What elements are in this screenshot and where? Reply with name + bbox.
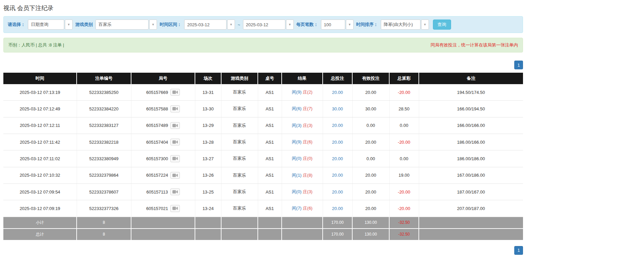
- cell-valid-bet: 20.00: [352, 200, 389, 217]
- game-type-input[interactable]: [95, 20, 149, 30]
- cell-total-bet: 20.00: [323, 183, 352, 200]
- total-bet-link[interactable]: 20.00: [332, 173, 343, 178]
- cell-session: 13-27: [195, 150, 221, 167]
- time-range-label: 时间区间：: [160, 22, 182, 28]
- total-bet-link[interactable]: 30.00: [332, 106, 343, 111]
- video-camera-icon: [172, 206, 178, 210]
- pagination-bottom: 1: [3, 246, 523, 255]
- cell-time: 2025-03-12 07:09:19: [3, 200, 77, 217]
- summary-row: 小计8170.00130.00-32.50: [3, 217, 523, 229]
- video-replay-button[interactable]: [170, 122, 180, 129]
- round-number: 605157404: [146, 140, 168, 145]
- cell-bet-id: 522332383127: [77, 117, 131, 134]
- per-page-input[interactable]: [321, 20, 345, 30]
- video-replay-button[interactable]: [170, 89, 180, 96]
- cell-remark: 166.00/166.00: [419, 117, 523, 134]
- summary-count: 8: [77, 229, 131, 240]
- total-bet-link[interactable]: 20.00: [332, 189, 343, 195]
- summary-empty-cell: [131, 229, 195, 240]
- video-replay-button[interactable]: [170, 172, 180, 179]
- table-body: 2025-03-12 07:13:19522332385250605157669…: [3, 84, 523, 217]
- search-button[interactable]: 查询: [433, 20, 451, 30]
- summary-empty-cell: [258, 229, 282, 240]
- summary-remark: [419, 217, 523, 229]
- per-page-dropdown-button[interactable]: ▼: [346, 20, 354, 30]
- cell-valid-bet: 20.00: [352, 84, 389, 101]
- game-type-combo: ▼: [95, 20, 157, 30]
- cell-game-type: 百家乐: [221, 183, 258, 200]
- cell-remark: 186.00/166.00: [419, 134, 523, 150]
- cell-valid-bet: 20.00: [352, 183, 389, 200]
- sort-order-dropdown-button[interactable]: ▼: [421, 20, 429, 30]
- video-replay-button[interactable]: [170, 139, 180, 145]
- round-wrap: 605157224: [146, 172, 180, 179]
- result-player: 闲(9): [292, 139, 301, 144]
- summary-bar: 币别：人民币 | 总共 :8 注单 | 同局有效投注，统一计算在该局第一张注单内: [3, 38, 523, 53]
- select-mode-input[interactable]: [28, 20, 64, 30]
- total-bet-link[interactable]: 20.00: [332, 90, 343, 95]
- page-1-button[interactable]: 1: [514, 246, 523, 255]
- cell-valid-bet: 0.00: [352, 150, 389, 167]
- cell-total-bet: 20.00: [323, 84, 352, 101]
- cell-session: 13-25: [195, 183, 221, 200]
- cell-valid-bet: 30.00: [352, 101, 389, 117]
- date-from-input[interactable]: [184, 20, 227, 30]
- cell-game-type: 百家乐: [221, 101, 258, 117]
- cell-result: 闲(7) 庄(6): [282, 200, 323, 217]
- cell-bet-id: 522332378607: [77, 183, 131, 200]
- page-title: 视讯 会员下注纪录: [3, 4, 523, 12]
- total-bet-link[interactable]: 20.00: [332, 140, 343, 145]
- summary-empty-cell: [131, 217, 195, 229]
- cell-session: 13-26: [195, 167, 221, 183]
- date-to-dropdown-button[interactable]: ▼: [286, 20, 294, 30]
- date-from-dropdown-button[interactable]: ▼: [227, 20, 235, 30]
- video-replay-button[interactable]: [170, 205, 180, 212]
- chevron-down-icon: ▼: [152, 23, 155, 26]
- cell-table-no: AS1: [258, 101, 282, 117]
- cell-bet-id: 522332384220: [77, 101, 131, 117]
- table-header: 时间 注单编号 局号 场次 游戏类别 桌号 结果 总投注 有效投注 总派彩 备注: [3, 73, 523, 84]
- game-type-dropdown-button[interactable]: ▼: [149, 20, 157, 30]
- sort-order-input[interactable]: [381, 20, 420, 30]
- round-number: 605157021: [146, 206, 168, 211]
- cell-result: 闲(1) 庄(8): [282, 167, 323, 183]
- table-row: 2025-03-12 07:11:02522332380949605157300…: [3, 150, 523, 167]
- summary-empty-cell: [221, 217, 258, 229]
- table-row: 2025-03-12 07:10:32522332379864605157224…: [3, 167, 523, 183]
- video-replay-button[interactable]: [170, 155, 180, 162]
- date-to-input[interactable]: [243, 20, 285, 30]
- cell-valid-bet: 0.00: [352, 117, 389, 134]
- table-row: 2025-03-12 07:11:42522332382218605157404…: [3, 134, 523, 150]
- cell-session: 13-28: [195, 134, 221, 150]
- main-container: 视讯 会员下注纪录 请选择： ▼ 游戏类别 ▼ 时间区间： ▼ ~ ▼ 每页笔数…: [3, 0, 523, 255]
- summary-total-bet: 170.00: [323, 229, 352, 240]
- cell-bet-id: 522332385250: [77, 84, 131, 101]
- select-mode-dropdown-button[interactable]: ▼: [65, 20, 73, 30]
- cell-remark: 194.50/174.50: [419, 84, 523, 101]
- cell-total-bet: 20.00: [323, 200, 352, 217]
- cell-round: 605157300: [131, 150, 195, 167]
- header-bet-id: 注单编号: [77, 73, 131, 84]
- cell-total-bet: 30.00: [323, 101, 352, 117]
- result-banker: 庄(6): [303, 206, 313, 211]
- video-replay-button[interactable]: [170, 188, 180, 195]
- summary-total-bet: 170.00: [323, 217, 352, 229]
- video-replay-button[interactable]: [170, 105, 180, 112]
- cell-round: 605157113: [131, 183, 195, 200]
- page-1-button[interactable]: 1: [514, 61, 523, 69]
- cell-table-no: AS1: [258, 167, 282, 183]
- video-camera-icon: [172, 124, 178, 128]
- cell-table-no: AS1: [258, 150, 282, 167]
- total-bet-link[interactable]: 20.00: [332, 123, 343, 128]
- per-page-combo: ▼: [321, 20, 354, 30]
- cell-remark: 167.00/186.00: [419, 167, 523, 183]
- total-bet-link[interactable]: 20.00: [332, 156, 343, 161]
- notice-text: 同局有效投注，统一计算在该局第一张注单内: [431, 42, 518, 48]
- summary-label: 小计: [3, 217, 77, 229]
- summary-empty-cell: [195, 217, 221, 229]
- round-wrap: 605157300: [146, 155, 180, 162]
- cell-time: 2025-03-12 07:11:02: [3, 150, 77, 167]
- bet-records-table: 时间 注单编号 局号 场次 游戏类别 桌号 结果 总投注 有效投注 总派彩 备注…: [3, 73, 523, 241]
- total-bet-link[interactable]: 20.00: [332, 206, 343, 211]
- range-separator: ~: [238, 22, 240, 27]
